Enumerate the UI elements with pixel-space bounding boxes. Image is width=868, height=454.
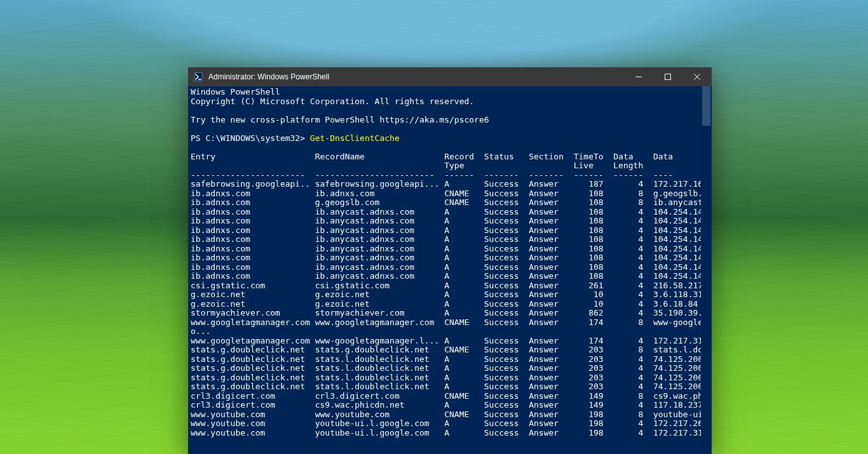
- window-title: Administrator: Windows PowerShell: [208, 72, 329, 81]
- close-button[interactable]: [682, 67, 712, 86]
- minimize-button[interactable]: [624, 67, 653, 86]
- scrollbar[interactable]: [701, 86, 712, 454]
- maximize-button[interactable]: [653, 67, 682, 86]
- terminal-output: Windows PowerShell Copyright (C) Microso…: [188, 86, 712, 440]
- powershell-window: Administrator: Windows PowerShell Window…: [188, 67, 712, 454]
- powershell-icon: [193, 72, 203, 82]
- terminal-body[interactable]: Windows PowerShell Copyright (C) Microso…: [188, 86, 712, 454]
- titlebar[interactable]: Administrator: Windows PowerShell: [188, 67, 712, 86]
- scrollbar-thumb[interactable]: [702, 86, 710, 126]
- svg-rect-0: [665, 74, 671, 80]
